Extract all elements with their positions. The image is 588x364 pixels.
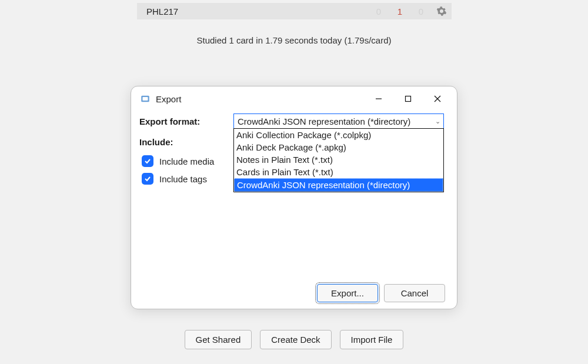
cancel-button[interactable]: Cancel — [384, 284, 445, 302]
gear-icon[interactable] — [436, 6, 447, 16]
format-label: Export format: — [139, 116, 233, 126]
deck-learn-count: 0 — [410, 6, 432, 16]
app-icon — [139, 93, 151, 105]
close-icon[interactable] — [425, 89, 450, 109]
export-dialog: Export Export format: CrowdAnki JSON rep… — [131, 86, 457, 309]
dialog-body: Export format: CrowdAnki JSON representa… — [131, 111, 457, 277]
include-media-label[interactable]: Include media — [159, 156, 214, 166]
dialog-title: Export — [156, 94, 362, 104]
include-tags-checkbox[interactable] — [142, 173, 153, 185]
include-media-checkbox[interactable] — [142, 155, 153, 167]
maximize-icon[interactable] — [396, 89, 420, 109]
chevron-down-icon: ⌄ — [435, 118, 440, 125]
svg-rect-1 — [143, 97, 148, 101]
format-row: Export format: CrowdAnki JSON representa… — [139, 113, 449, 129]
format-option-notes[interactable]: Notes in Plain Text (*.txt) — [234, 153, 443, 166]
format-option-crowdanki[interactable]: CrowdAnki JSON representation (*director… — [234, 178, 443, 192]
format-option-cards[interactable]: Cards in Plain Text (*.txt) — [234, 166, 443, 178]
deck-new-count: 0 — [368, 6, 389, 16]
stats-line: Studied 1 card in 1.79 seconds today (1.… — [0, 35, 588, 45]
export-button[interactable]: Export... — [317, 284, 378, 302]
format-option-apkg[interactable]: Anki Deck Package (*.apkg) — [234, 141, 443, 153]
include-label: Include: — [139, 137, 233, 147]
import-file-button[interactable]: Import File — [340, 330, 404, 349]
deck-due-count: 1 — [389, 6, 410, 16]
titlebar[interactable]: Export — [131, 86, 457, 111]
format-option-colpkg[interactable]: Anki Collection Package (*.colpkg) — [234, 129, 443, 141]
dialog-footer: Export... Cancel — [131, 277, 457, 309]
svg-rect-3 — [406, 96, 411, 102]
deck-name[interactable]: PHL217 — [146, 6, 368, 16]
bottom-button-bar: Get Shared Create Deck Import File — [0, 330, 588, 349]
format-select[interactable]: CrowdAnki JSON representation (*director… — [233, 113, 444, 129]
get-shared-button[interactable]: Get Shared — [185, 330, 252, 349]
minimize-icon[interactable] — [366, 89, 391, 109]
format-select-value: CrowdAnki JSON representation (*director… — [238, 116, 410, 126]
format-dropdown: Anki Collection Package (*.colpkg) Anki … — [233, 128, 444, 192]
include-tags-label[interactable]: Include tags — [159, 174, 207, 184]
create-deck-button[interactable]: Create Deck — [260, 330, 331, 349]
deck-row[interactable]: PHL217 0 1 0 — [137, 3, 452, 19]
